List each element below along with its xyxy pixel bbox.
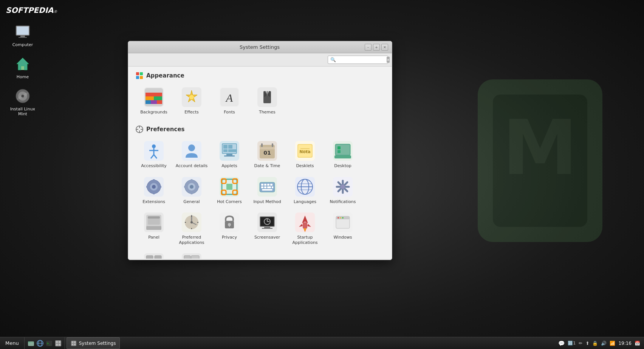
taskbar-icon-terminal[interactable]: >_ xyxy=(45,339,53,347)
settings-item-fonts[interactable]: A Fonts xyxy=(211,84,248,118)
desktop-icons: Computer Home Install Linux Mint xyxy=(8,23,38,116)
taskbar-window-label: System Settings xyxy=(79,341,116,346)
settings-item-effects[interactable]: Effects xyxy=(173,84,210,118)
startup-applications-icon xyxy=(295,212,315,233)
taskbar-time[interactable]: 19:16 xyxy=(618,341,632,346)
settings-item-startup-applications[interactable]: Startup Applications xyxy=(287,209,323,249)
search-clear-button[interactable]: ✕ xyxy=(387,57,390,63)
appearance-items-grid: Backgrounds Effects xyxy=(136,84,384,118)
settings-item-panel[interactable]: Panel xyxy=(136,209,172,249)
settings-item-date-time[interactable]: 01 Date & Time xyxy=(249,138,285,172)
desktop-icon-computer[interactable]: Computer xyxy=(8,23,38,47)
settings-item-window-tiling[interactable]: Window Tiling xyxy=(136,250,172,259)
settings-item-notifications[interactable]: Notifications xyxy=(325,174,361,208)
svg-rect-83 xyxy=(146,186,149,188)
svg-rect-81 xyxy=(153,179,155,182)
settings-item-desklets[interactable]: Nota Desklets xyxy=(287,138,323,172)
svg-rect-63 xyxy=(261,143,263,147)
settings-item-hot-corners[interactable]: Hot Corners xyxy=(211,174,248,208)
settings-item-preferred-applications[interactable]: Preferred Applications xyxy=(173,209,210,249)
settings-item-extensions[interactable]: Extensions xyxy=(136,174,172,208)
settings-item-themes[interactable]: Themes xyxy=(249,84,285,118)
svg-rect-91 xyxy=(184,186,187,188)
svg-rect-164 xyxy=(146,256,153,259)
taskbar-tray-chat[interactable]: 💬 xyxy=(558,340,565,346)
taskbar-right: 💬 🔢1 ✏ ⬆ 🔒 🔊 📶 19:16 📅 xyxy=(554,340,644,346)
effects-label: Effects xyxy=(184,110,198,115)
window-titlebar: System Settings – + ✕ xyxy=(128,41,392,53)
svg-rect-23 xyxy=(146,100,151,104)
svg-rect-17 xyxy=(140,76,143,79)
settings-item-applets[interactable]: Applets xyxy=(211,138,248,172)
svg-rect-111 xyxy=(262,189,272,191)
svg-rect-3 xyxy=(19,37,27,38)
svg-point-93 xyxy=(190,185,194,189)
svg-point-28 xyxy=(189,95,194,99)
close-button[interactable]: ✕ xyxy=(381,44,388,51)
svg-rect-188 xyxy=(74,344,76,345)
svg-rect-181 xyxy=(59,341,60,343)
taskbar-tray-keyboard[interactable]: 🔢1 xyxy=(568,341,576,346)
settings-item-screensaver[interactable]: Screensaver xyxy=(249,209,285,249)
settings-item-languages[interactable]: Languages xyxy=(287,174,323,208)
taskbar-tray-lock[interactable]: 🔒 xyxy=(592,341,598,346)
svg-rect-185 xyxy=(72,341,73,343)
minimize-button[interactable]: – xyxy=(365,44,372,51)
settings-item-workspaces[interactable]: Workspaces xyxy=(173,250,210,259)
startup-applications-label: Startup Applications xyxy=(288,235,322,246)
taskbar-calendar-icon[interactable]: 📅 xyxy=(635,341,640,346)
taskbar-tray-volume[interactable]: 🔊 xyxy=(601,341,607,346)
disc-icon xyxy=(14,87,32,105)
search-icon: 🔍 xyxy=(330,57,336,62)
install-icon-label: Install Linux Mint xyxy=(8,107,38,116)
taskbar-menu-button[interactable]: Menu xyxy=(0,337,25,349)
taskbar-window-system-settings[interactable]: System Settings xyxy=(67,337,120,349)
svg-rect-59 xyxy=(224,155,235,157)
applets-icon xyxy=(219,141,240,161)
account-details-label: Account details xyxy=(176,163,208,169)
desklets-icon: Nota xyxy=(295,141,315,161)
search-input[interactable] xyxy=(337,57,387,62)
input-method-icon xyxy=(257,177,277,197)
svg-rect-110 xyxy=(272,186,273,188)
taskbar: Menu >_ xyxy=(0,337,644,349)
settings-item-backgrounds[interactable]: Backgrounds xyxy=(136,84,172,118)
svg-rect-25 xyxy=(157,100,162,104)
svg-text:M: M xyxy=(502,104,577,192)
settings-item-general[interactable]: General xyxy=(173,174,210,208)
settings-item-accessibility[interactable]: Accessibility xyxy=(136,138,172,172)
svg-rect-15 xyxy=(140,72,143,75)
taskbar-icon-filemanager[interactable] xyxy=(27,339,35,347)
preferences-section-icon xyxy=(136,126,143,133)
svg-rect-64 xyxy=(272,143,273,147)
settings-item-account-details[interactable]: Account details xyxy=(173,138,210,172)
svg-rect-14 xyxy=(136,72,139,75)
svg-rect-2 xyxy=(20,36,25,37)
appearance-section-title: Appearance xyxy=(146,72,184,79)
panel-icon xyxy=(144,212,164,233)
taskbar-tray-upload[interactable]: ⬆ xyxy=(585,341,589,346)
desktop-label: Desktop xyxy=(334,163,351,169)
svg-text:Nota: Nota xyxy=(299,149,310,154)
maximize-button[interactable]: + xyxy=(373,44,380,51)
svg-rect-152 xyxy=(303,222,307,228)
screensaver-label: Screensaver xyxy=(254,235,280,240)
settings-item-desktop[interactable]: Desktop xyxy=(325,138,361,172)
svg-rect-57 xyxy=(228,149,237,152)
svg-rect-92 xyxy=(196,186,199,188)
settings-item-input-method[interactable]: Input Method xyxy=(249,174,285,208)
panel-label: Panel xyxy=(148,235,159,240)
preferences-section-title: Preferences xyxy=(146,126,185,133)
taskbar-icon-browser[interactable] xyxy=(36,339,44,347)
appearance-section-header: Appearance xyxy=(136,72,384,79)
taskbar-icon-settings[interactable] xyxy=(54,339,62,347)
settings-item-windows[interactable]: Windows xyxy=(325,209,361,249)
desktop-icon-home[interactable]: Home xyxy=(8,55,38,79)
taskbar-tray-edit[interactable]: ✏ xyxy=(579,341,582,346)
svg-point-85 xyxy=(152,185,156,189)
taskbar-tray-network[interactable]: 📶 xyxy=(610,341,615,346)
svg-rect-107 xyxy=(261,186,263,188)
desktop-icon-install[interactable]: Install Linux Mint xyxy=(8,87,38,116)
fonts-label: Fonts xyxy=(224,110,235,115)
settings-item-privacy[interactable]: Privacy xyxy=(211,209,248,249)
